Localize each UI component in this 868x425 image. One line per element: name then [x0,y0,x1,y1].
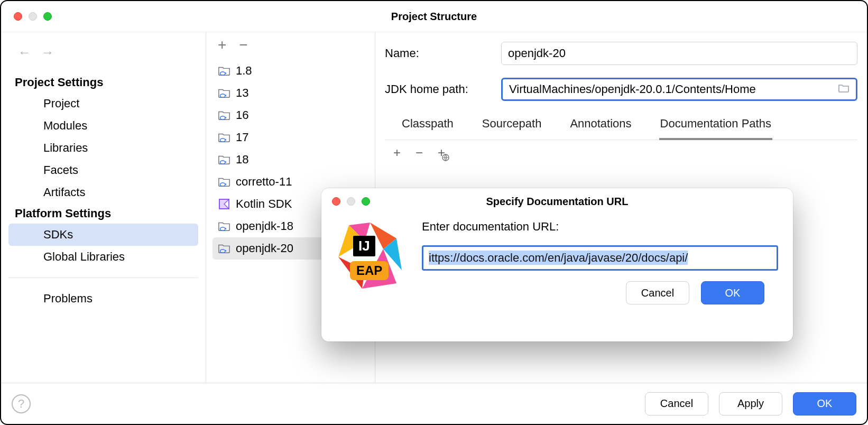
sdk-item-label: 13 [236,86,248,100]
documentation-paths-toolbar: + − + [385,140,857,165]
minimize-window-icon[interactable] [29,12,37,21]
add-url-icon[interactable]: + [438,145,445,160]
ok-button[interactable]: OK [793,392,856,415]
sdk-item-label: 17 [236,131,248,144]
sdk-item-17[interactable]: 17 [206,126,375,149]
remove-path-icon[interactable]: − [415,145,423,160]
add-path-icon[interactable]: + [393,145,401,160]
traffic-lights [1,12,52,21]
section-platform-settings: Platform Settings [1,204,206,224]
add-sdk-icon[interactable]: + [218,38,226,52]
sidebar-item-problems[interactable]: Problems [1,288,206,310]
folder-icon[interactable] [838,82,849,96]
jdk-folder-icon [218,177,230,187]
jdk-folder-icon [218,154,230,165]
jdk-home-path-input[interactable]: VirtualMachines/openjdk-20.0.1/Contents/… [501,78,857,101]
sdk-item-label: openjdk-18 [236,219,293,233]
sidebar-divider [8,278,198,278]
cancel-button[interactable]: Cancel [645,392,708,415]
window-footer: ? Cancel Apply OK [1,383,867,424]
jdk-folder-icon [218,243,230,254]
tab-documentation-paths[interactable]: Documentation Paths [659,114,772,140]
sdk-item-13[interactable]: 13 [206,82,375,104]
tab-classpath[interactable]: Classpath [401,114,455,140]
ij-label: IJ [353,236,375,256]
jdk-folder-icon [218,221,230,232]
sdk-item-label: 1.8 [236,64,252,78]
sdk-item-label: 18 [236,153,248,167]
sdk-item-label: Kotlin SDK [236,197,292,211]
sdk-item-18[interactable]: 18 [206,149,375,171]
section-project-settings: Project Settings [1,72,206,93]
dialog-ok-button[interactable]: OK [701,281,764,304]
sidebar-item-project[interactable]: Project [1,93,206,115]
jdk-folder-icon [218,110,230,121]
apply-button[interactable]: Apply [719,392,782,415]
sdk-item-16[interactable]: 16 [206,104,375,126]
back-icon[interactable]: ← [18,45,31,60]
kotlin-sdk-icon [218,199,230,209]
window-titlebar: Project Structure [1,1,867,32]
dialog-title: Specify Documentation URL [321,196,793,208]
sdk-tabs: Classpath Sourcepath Annotations Documen… [385,114,857,140]
forward-icon[interactable]: → [41,45,54,60]
sdk-item-label: 16 [236,108,248,122]
jdk-folder-icon [218,132,230,143]
specify-documentation-url-dialog: Specify Documentation URL IJ EAP Enter d… [321,188,793,341]
sidebar-item-modules[interactable]: Modules [1,115,206,137]
eap-label: EAP [350,261,389,280]
sidebar-left: ← → Project Settings Project Modules Lib… [1,32,206,383]
jdk-home-path-label: JDK home path: [385,82,491,96]
help-icon[interactable]: ? [12,394,31,413]
jdk-folder-icon [218,66,230,76]
intellij-eap-logo: IJ EAP [333,220,407,294]
zoom-window-icon[interactable] [43,12,52,21]
sidebar-item-facets[interactable]: Facets [1,159,206,181]
dialog-zoom-icon[interactable] [362,197,370,206]
jdk-home-path-value: VirtualMachines/openjdk-20.0.1/Contents/… [509,82,756,96]
name-label: Name: [385,47,491,60]
dialog-url-label: Enter documentation URL: [422,220,778,234]
sidebar-item-sdks[interactable]: SDKs [8,224,198,246]
tab-annotations[interactable]: Annotations [569,114,632,140]
sdk-name-input[interactable] [501,42,857,65]
sdk-item-label: openjdk-20 [236,242,293,255]
window-title: Project Structure [1,11,867,23]
nav-arrows: ← → [1,40,206,72]
sidebar-item-global-libraries[interactable]: Global Libraries [1,246,206,268]
dialog-close-icon[interactable] [332,197,340,206]
tab-sourcepath[interactable]: Sourcepath [481,114,543,140]
close-window-icon[interactable] [14,12,22,21]
sdk-item-label: corretto-11 [236,175,292,189]
sdk-list-toolbar: + − [206,35,375,60]
project-structure-window: Project Structure ← → Project Settings P… [0,0,868,425]
sdk-item-1-8[interactable]: 1.8 [206,60,375,82]
remove-sdk-icon[interactable]: − [239,38,247,52]
sidebar-item-artifacts[interactable]: Artifacts [1,181,206,204]
dialog-minimize-icon[interactable] [347,197,355,206]
dialog-cancel-button[interactable]: Cancel [626,281,689,304]
jdk-folder-icon [218,88,230,98]
documentation-url-input[interactable]: ittps://docs.oracle.com/en/java/javase/2… [422,245,778,271]
sidebar-item-libraries[interactable]: Libraries [1,137,206,159]
